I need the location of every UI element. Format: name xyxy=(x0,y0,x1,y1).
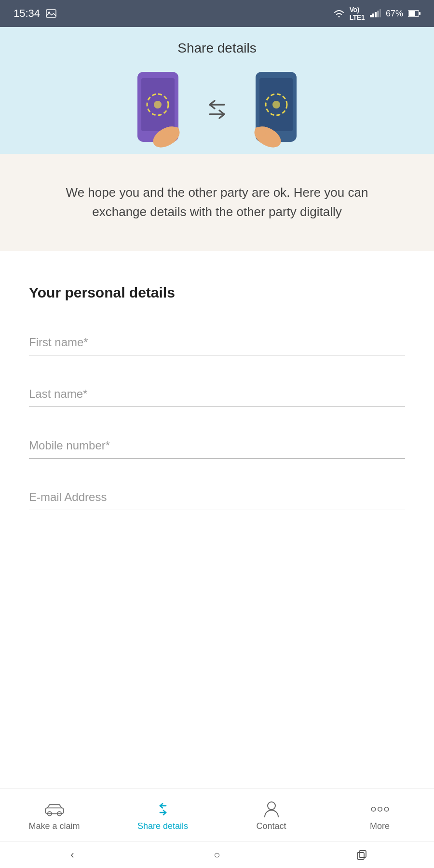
svg-rect-8 xyxy=(409,11,415,16)
svg-rect-9 xyxy=(419,12,420,15)
phone-right-icon xyxy=(244,69,301,149)
status-bar: 15:34 Vo)LTE1 67% xyxy=(0,0,434,27)
svg-rect-5 xyxy=(377,11,379,17)
last-name-input[interactable] xyxy=(29,381,405,407)
svg-point-28 xyxy=(371,807,375,811)
email-address-input[interactable] xyxy=(29,485,405,510)
svg-point-27 xyxy=(268,802,275,810)
svg-rect-0 xyxy=(46,10,56,17)
svg-rect-31 xyxy=(357,853,364,859)
status-time: 15:34 xyxy=(14,7,40,20)
description-section: We hope you and the other party are ok. … xyxy=(0,154,434,251)
svg-rect-4 xyxy=(375,12,377,17)
phone-left-icon xyxy=(133,69,190,149)
svg-rect-6 xyxy=(380,9,381,17)
hero-illustration xyxy=(133,69,301,154)
battery-icon xyxy=(408,10,420,17)
svg-point-30 xyxy=(384,807,388,811)
mobile-number-field xyxy=(29,433,405,459)
hero-title: Share details xyxy=(177,41,256,56)
lte-indicator: Vo)LTE1 xyxy=(350,6,365,21)
android-home-button[interactable]: ○ xyxy=(203,845,231,865)
android-back-button[interactable]: ‹ xyxy=(58,845,87,865)
signal-icon xyxy=(369,9,381,18)
email-address-field xyxy=(29,485,405,510)
svg-point-20 xyxy=(272,101,280,108)
description-text: We hope you and the other party are ok. … xyxy=(39,183,395,222)
exchange-arrows-icon xyxy=(200,95,234,124)
nav-item-contact-label: Contact xyxy=(256,821,286,831)
svg-rect-3 xyxy=(372,14,374,17)
status-icons-area: Vo)LTE1 67% xyxy=(333,6,420,21)
more-icon xyxy=(369,800,391,818)
hero-section: Share details xyxy=(0,27,434,154)
nav-item-more[interactable]: More xyxy=(351,800,409,831)
android-recents-button[interactable] xyxy=(347,845,376,865)
form-section-title: Your personal details xyxy=(29,285,405,301)
share-details-icon xyxy=(152,800,174,818)
first-name-input[interactable] xyxy=(29,330,405,355)
status-time-area: 15:34 xyxy=(14,7,56,20)
nav-item-make-a-claim[interactable]: Make a claim xyxy=(26,800,83,831)
mobile-number-input[interactable] xyxy=(29,433,405,459)
nav-item-share-details-label: Share details xyxy=(137,821,188,831)
form-section: Your personal details xyxy=(0,251,434,788)
contact-icon xyxy=(261,800,282,818)
svg-rect-24 xyxy=(45,808,63,814)
wifi-icon xyxy=(333,9,345,18)
nav-item-make-a-claim-label: Make a claim xyxy=(28,821,80,831)
nav-item-share-details[interactable]: Share details xyxy=(134,800,192,831)
image-icon xyxy=(46,9,56,18)
svg-point-13 xyxy=(154,101,162,108)
first-name-field xyxy=(29,330,405,355)
svg-rect-2 xyxy=(370,15,372,17)
battery-percentage: 67% xyxy=(386,9,403,19)
nav-item-contact[interactable]: Contact xyxy=(243,800,300,831)
make-a-claim-icon xyxy=(44,800,65,818)
last-name-field xyxy=(29,381,405,407)
bottom-nav: Make a claim Share details Contact xyxy=(0,788,434,841)
android-nav-bar: ‹ ○ xyxy=(0,841,434,868)
nav-item-more-label: More xyxy=(370,821,390,831)
svg-point-29 xyxy=(378,807,381,811)
svg-rect-32 xyxy=(359,851,366,857)
